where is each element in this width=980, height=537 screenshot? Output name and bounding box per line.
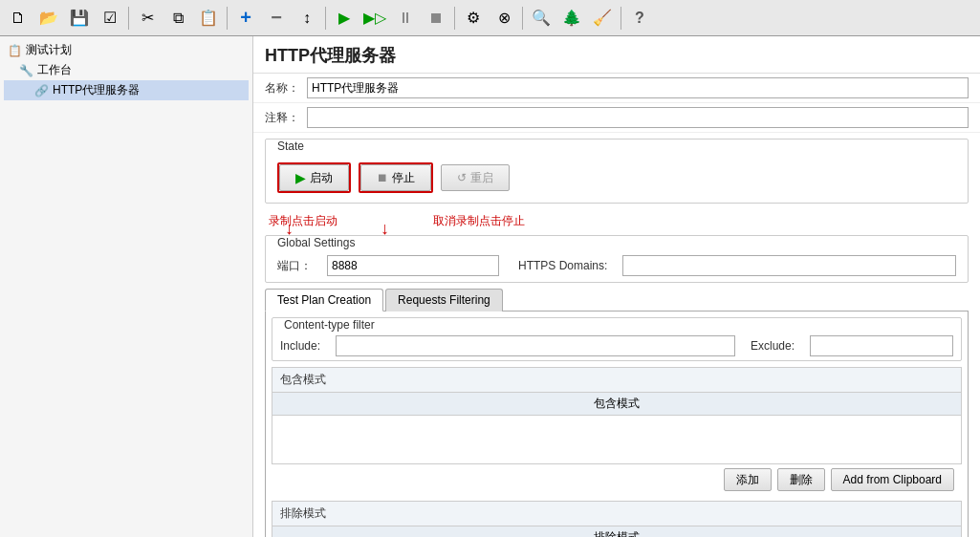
search-button[interactable]: 🔍 [527,4,555,32]
tabs-header: Test Plan Creation Requests Filtering [265,289,969,311]
comment-input[interactable] [307,107,969,128]
stop-label: 停止 [392,170,415,186]
global-legend: Global Settings [273,236,359,249]
start-label: 启动 [310,170,333,186]
tab-requests-filtering[interactable]: Requests Filtering [385,289,503,311]
run-button[interactable]: ▶ [330,4,359,32]
sep6 [621,7,621,30]
include-pattern-header: 包含模式 [272,393,961,416]
include-pattern-body [272,416,961,463]
filter-row: Include: Exclude: [272,332,961,360]
left-panel: 📋 测试计划 🔧 工作台 🔗 HTTP代理服务器 [0,36,253,537]
tree-button[interactable]: 🌲 [557,4,586,32]
comment-row: 注释： [253,103,980,133]
start-button-wrapper: ▶ 启动 [277,162,351,193]
main-layout: 📋 测试计划 🔧 工作台 🔗 HTTP代理服务器 HTTP代理服务器 名称： 注… [0,36,980,537]
state-section: State ▶ 启动 ⏹ 停止 [265,139,969,204]
start-annotation-text: 录制点击启动 [269,213,338,229]
help-button[interactable]: ? [625,4,654,32]
start-button[interactable]: ▶ 启动 [279,164,349,191]
remove-button[interactable]: − [262,4,291,32]
restart-button[interactable]: ↺ 重启 [441,164,510,191]
tree-item-http-proxy[interactable]: 🔗 HTTP代理服务器 [4,80,249,100]
content-filter-section: Content-type filter Include: Exclude: [272,317,962,361]
workbench-label: 工作台 [37,62,72,78]
exclude-pattern-header: 排除模式 [272,526,961,537]
clear-button[interactable]: 🧹 [588,4,617,32]
include-input[interactable] [336,335,735,356]
sep4 [454,7,455,30]
testplan-label: 测试计划 [26,42,72,58]
stop-button[interactable]: ⏹ 停止 [360,164,431,191]
panel-title: HTTP代理服务器 [253,36,980,74]
tab-test-plan-label: Test Plan Creation [277,293,371,307]
name-row: 名称： [253,74,980,103]
annotation-row: 录制点击启动 取消录制点击停止 [253,209,980,233]
tab-content: Content-type filter Include: Exclude: 包含… [265,311,969,537]
stop-service-button[interactable]: ⊗ [490,4,518,32]
new-button[interactable]: 🗋 [4,4,33,32]
exclude-input[interactable] [810,335,953,356]
http-proxy-icon: 🔗 [34,84,49,97]
comment-label: 注释： [265,110,299,126]
expand-button[interactable]: ↕ [293,4,321,32]
include-pattern-buttons: 添加 删除 Add from Clipboard [272,464,962,495]
add-button[interactable]: 添加 [724,468,772,491]
exclude-pattern-table: 排除模式 [272,526,962,537]
include-pattern-table: 包含模式 [272,392,962,464]
workbench-icon: 🔧 [19,64,33,77]
sep5 [522,7,523,30]
run-no-pause-button[interactable]: ▶▷ [360,4,389,32]
http-proxy-label: HTTP代理服务器 [53,82,140,98]
play-icon: ▶ [295,170,306,185]
name-label: 名称： [265,80,299,97]
sep2 [227,7,228,30]
stop-icon: ⏹ [377,171,388,184]
toolbar: 🗋 📂 💾 ☑ ✂ ⧉ 📋 + − ↕ ▶ ▶▷ ⏸ ⏹ ⚙ ⊗ 🔍 🌲 🧹 ? [0,0,980,36]
pause-button[interactable]: ⏸ [391,4,420,32]
add-button[interactable]: + [231,4,260,32]
tree-item-testplan[interactable]: 📋 测试计划 [4,40,249,60]
open-button[interactable]: 📂 [34,4,63,32]
https-input[interactable] [622,255,956,276]
port-input[interactable] [327,255,499,276]
run-service-button[interactable]: ⚙ [459,4,488,32]
tabs-container: Test Plan Creation Requests Filtering Co… [265,289,969,537]
stop-annotation-text: 取消录制点击停止 [433,213,525,229]
copy-button[interactable]: ⧉ [163,4,192,32]
sep3 [325,7,326,30]
name-input[interactable] [307,77,969,98]
restart-icon: ↺ [457,171,467,184]
exclude-pattern-title: 排除模式 [272,501,962,526]
global-section: Global Settings 端口： HTTPS Domains: [265,235,969,283]
restart-label: 重启 [470,170,493,186]
validate-button[interactable]: ☑ [96,4,124,32]
delete-button[interactable]: 删除 [777,468,825,491]
tab-requests-label: Requests Filtering [398,293,490,307]
port-label: 端口： [277,258,312,274]
include-pattern-title: 包含模式 [272,367,962,392]
stop-button-wrapper: ⏹ 停止 [359,162,433,193]
include-label: Include: [280,339,320,353]
exclude-pattern-section: 排除模式 排除模式 [272,501,962,537]
testplan-icon: 📋 [8,44,22,57]
https-label: HTTPS Domains: [518,259,607,272]
stop-button[interactable]: ⏹ [422,4,450,32]
tree-item-workbench[interactable]: 🔧 工作台 [4,60,249,80]
right-panel: HTTP代理服务器 名称： 注释： State ▶ 启动 [253,36,980,537]
sep1 [128,7,129,30]
add-from-clipboard-button[interactable]: Add from Clipboard [831,468,954,491]
cut-button[interactable]: ✂ [133,4,162,32]
include-pattern-section: 包含模式 包含模式 添加 删除 Add from Clipboard [272,367,962,495]
tab-test-plan-creation[interactable]: Test Plan Creation [265,289,383,311]
save-button[interactable]: 💾 [65,4,94,32]
content-filter-legend: Content-type filter [280,318,379,332]
state-legend: State [273,140,308,153]
exclude-label: Exclude: [751,339,795,353]
paste-button[interactable]: 📋 [194,4,223,32]
